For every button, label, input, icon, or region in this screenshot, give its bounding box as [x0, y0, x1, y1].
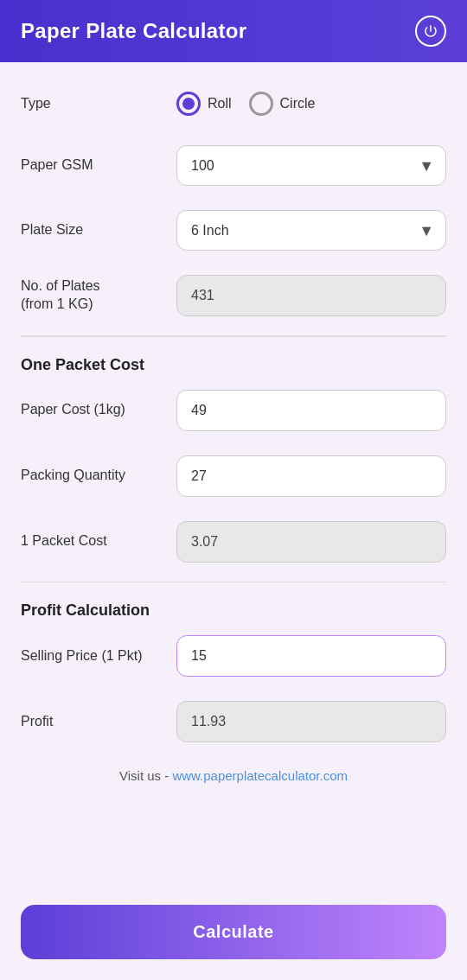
- selling-price-field[interactable]: [176, 635, 446, 677]
- profit-field: [176, 701, 446, 742]
- no-of-plates-field: [176, 275, 446, 316]
- divider-2: [21, 582, 446, 583]
- plate-size-select[interactable]: 5 Inch 6 Inch 7 Inch 8 Inch 10 Inch 12 I…: [176, 210, 446, 251]
- plate-size-label: Plate Size: [21, 221, 176, 239]
- app-title: Paper Plate Calculator: [21, 19, 246, 43]
- packet-cost-field: [176, 521, 446, 563]
- profit-calculation-title: Profit Calculation: [21, 589, 446, 623]
- type-label: Type: [21, 96, 176, 111]
- paper-cost-field[interactable]: [176, 390, 446, 431]
- main-content: Type Roll Circle Paper GSM 80 100 120 15…: [0, 62, 467, 898]
- packing-quantity-field[interactable]: [176, 455, 446, 497]
- paper-gsm-row: Paper GSM 80 100 120 150 ▼: [21, 133, 446, 198]
- type-radio-group: Roll Circle: [176, 92, 446, 116]
- profit-input-area: [176, 701, 446, 742]
- paper-gsm-label: Paper GSM: [21, 156, 176, 175]
- radio-circle[interactable]: Circle: [249, 92, 316, 116]
- power-button[interactable]: [415, 16, 446, 47]
- selling-price-input-area: [176, 635, 446, 677]
- footer-text: Visit us -: [119, 768, 172, 783]
- radio-roll-label: Roll: [208, 96, 232, 111]
- paper-cost-label: Paper Cost (1kg): [21, 401, 176, 419]
- footer-link-section: Visit us - www.paperplatecalculator.com: [21, 754, 446, 797]
- paper-gsm-dropdown-wrapper: 80 100 120 150 ▼: [176, 145, 446, 186]
- footer-link[interactable]: www.paperplatecalculator.com: [172, 768, 348, 783]
- no-of-plates-label: No. of Plates(from 1 KG): [21, 277, 176, 314]
- plate-size-row: Plate Size 5 Inch 6 Inch 7 Inch 8 Inch 1…: [21, 198, 446, 263]
- profit-row: Profit: [21, 689, 446, 754]
- packet-cost-row: 1 Packet Cost: [21, 509, 446, 575]
- plate-size-dropdown-wrapper: 5 Inch 6 Inch 7 Inch 8 Inch 10 Inch 12 I…: [176, 210, 446, 251]
- selling-price-row: Selling Price (1 Pkt): [21, 623, 446, 689]
- divider-1: [21, 335, 446, 337]
- no-of-plates-input-area: [176, 275, 446, 316]
- radio-circle-label: Circle: [280, 96, 316, 111]
- selling-price-label: Selling Price (1 Pkt): [21, 647, 176, 665]
- packing-quantity-row: Packing Quantity: [21, 443, 446, 509]
- radio-roll-circle[interactable]: [176, 92, 201, 116]
- paper-cost-input-area: [176, 390, 446, 431]
- one-packet-cost-title: One Packet Cost: [21, 344, 446, 378]
- calculate-button[interactable]: Calculate: [21, 905, 446, 959]
- packet-cost-label: 1 Packet Cost: [21, 532, 176, 550]
- packet-cost-input-area: [176, 521, 446, 563]
- app-header: Paper Plate Calculator: [0, 0, 467, 62]
- packing-quantity-label: Packing Quantity: [21, 467, 176, 485]
- packing-quantity-input-area: [176, 455, 446, 497]
- radio-circle-circle[interactable]: [249, 92, 273, 116]
- paper-gsm-select[interactable]: 80 100 120 150: [176, 145, 446, 186]
- radio-roll[interactable]: Roll: [176, 92, 232, 116]
- profit-label: Profit: [21, 713, 176, 731]
- paper-cost-row: Paper Cost (1kg): [21, 378, 446, 443]
- type-section: Type Roll Circle: [21, 80, 446, 133]
- no-of-plates-row: No. of Plates(from 1 KG): [21, 263, 446, 328]
